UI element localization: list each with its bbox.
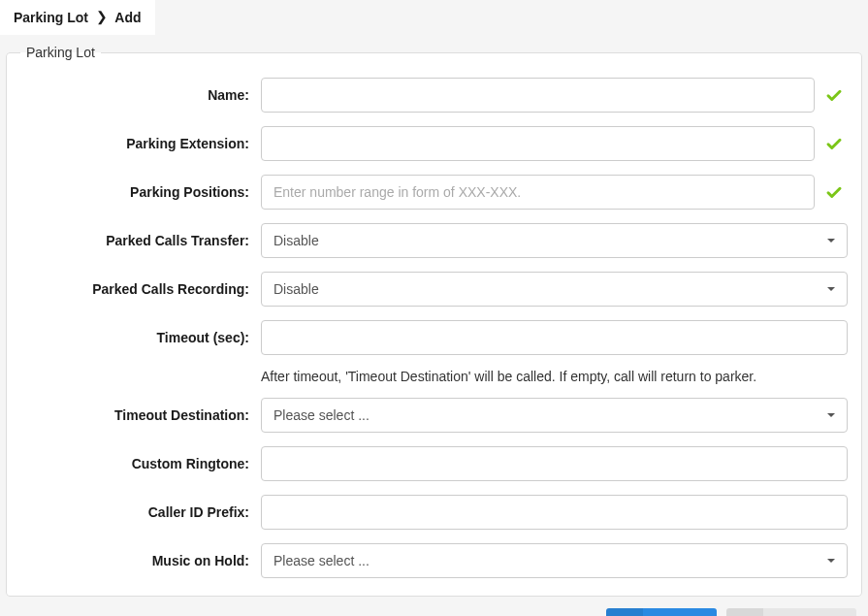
caret-down-icon [827, 287, 835, 291]
music-on-hold-label: Music on Hold: [20, 553, 261, 568]
go-back-button[interactable]: Go back [726, 608, 856, 616]
music-on-hold-value: Please select ... [273, 553, 370, 568]
timeout-sec-input[interactable] [261, 320, 848, 355]
custom-ringtone-input[interactable] [261, 446, 848, 481]
music-on-hold-select[interactable]: Please select ... [261, 543, 848, 578]
fieldset-legend: Parking Lot [20, 45, 101, 60]
parked-calls-recording-select[interactable]: Disable [261, 272, 848, 307]
parked-calls-transfer-label: Parked Calls Transfer: [20, 233, 261, 248]
timeout-helper-text: After timeout, 'Timeout Destination' wil… [261, 369, 756, 384]
custom-ringtone-label: Custom Ringtone: [20, 456, 261, 471]
breadcrumb: Parking Lot ❯ Add [0, 0, 155, 35]
save-button[interactable]: Save [606, 608, 717, 616]
caret-down-icon [827, 239, 835, 243]
name-input[interactable] [261, 78, 815, 113]
check-icon [606, 608, 643, 616]
parked-calls-recording-value: Disable [273, 281, 319, 297]
check-icon [820, 86, 848, 104]
name-label: Name: [20, 87, 261, 103]
check-icon [820, 183, 848, 201]
parking-extension-label: Parking Extension: [20, 136, 261, 151]
parking-lot-fieldset: Parking Lot Name: Parking Extension: Par… [6, 45, 862, 597]
caret-down-icon [827, 559, 835, 563]
breadcrumb-parent[interactable]: Parking Lot [14, 10, 88, 25]
caller-id-prefix-input[interactable] [261, 495, 848, 530]
breadcrumb-current: Add [114, 10, 141, 25]
arrow-left-icon [726, 608, 763, 616]
caller-id-prefix-label: Caller ID Prefix: [20, 504, 261, 520]
check-icon [820, 135, 848, 152]
timeout-destination-label: Timeout Destination: [20, 407, 261, 423]
timeout-destination-value: Please select ... [273, 407, 370, 423]
parked-calls-transfer-value: Disable [273, 233, 319, 248]
parking-extension-input[interactable] [261, 126, 815, 161]
timeout-destination-select[interactable]: Please select ... [261, 398, 848, 433]
parking-positions-label: Parking Positions: [20, 184, 261, 200]
timeout-sec-label: Timeout (sec): [20, 330, 261, 345]
caret-down-icon [827, 413, 835, 417]
parking-positions-input[interactable] [261, 175, 815, 210]
chevron-right-icon: ❯ [96, 9, 108, 24]
parked-calls-transfer-select[interactable]: Disable [261, 223, 848, 258]
parked-calls-recording-label: Parked Calls Recording: [20, 281, 261, 297]
